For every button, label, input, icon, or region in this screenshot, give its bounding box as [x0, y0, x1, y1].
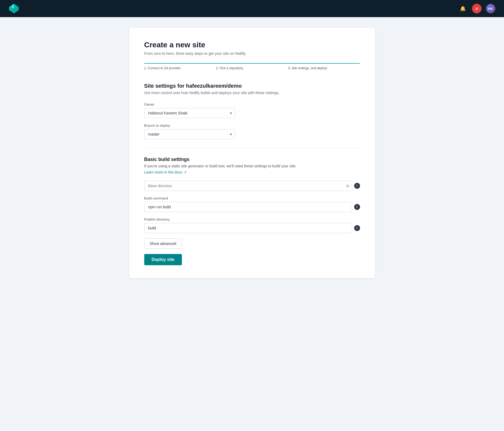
- steps-container: 1. Connect to Git provider 2. Pick a rep…: [144, 63, 360, 70]
- site-settings-title: Site settings for hafeezulkareem/demo: [144, 83, 360, 89]
- netlify-logo-icon: [9, 3, 19, 14]
- publish-directory-input-wrapper: [144, 223, 352, 233]
- publish-directory-group: Publish directory i: [144, 217, 360, 233]
- owner-select[interactable]: Hafeezul Kareem Shaik: [144, 108, 235, 118]
- owner-select-wrapper: Hafeezul Kareem Shaik: [144, 108, 235, 118]
- learn-more-arrow: ↗: [183, 170, 187, 174]
- publish-directory-info-icon[interactable]: i: [354, 225, 360, 231]
- deploy-site-button[interactable]: Deploy site: [144, 254, 182, 265]
- learn-more-link[interactable]: Learn more in the docs ↗: [144, 170, 187, 174]
- page-title: Create a new site: [144, 41, 360, 49]
- build-command-input[interactable]: [144, 202, 352, 212]
- branch-group: Branch to deploy mastermaindevelop: [144, 124, 360, 139]
- build-command-row: i: [144, 202, 360, 212]
- show-advanced-button[interactable]: Show advanced: [144, 238, 182, 249]
- notifications-button[interactable]: 🔔: [458, 4, 468, 13]
- card: Create a new site From zero to hero, thr…: [129, 28, 375, 278]
- base-directory-group: ⊞ i: [144, 181, 360, 191]
- support-button[interactable]: ⊕: [472, 4, 482, 13]
- step-2: 2. Pick a repository: [216, 64, 288, 70]
- owner-label: Owner: [144, 102, 360, 106]
- build-settings-title: Basic build settings: [144, 157, 360, 162]
- logo: [9, 3, 19, 14]
- build-command-input-wrapper: [144, 202, 352, 212]
- avatar[interactable]: HK: [486, 4, 495, 13]
- owner-group: Owner Hafeezul Kareem Shaik: [144, 102, 360, 118]
- folder-icon: ⊞: [346, 184, 349, 188]
- navbar-actions: 🔔 ⊕ HK: [458, 4, 495, 13]
- publish-directory-label: Publish directory: [144, 217, 360, 221]
- base-directory-input[interactable]: [144, 181, 352, 191]
- publish-directory-row: i: [144, 223, 360, 233]
- build-command-group: Build command i: [144, 196, 360, 212]
- site-settings-subtitle: Get more control over how Netlify builds…: [144, 91, 360, 95]
- step-1: 1. Connect to Git provider: [144, 64, 216, 70]
- main-container: Create a new site From zero to hero, thr…: [124, 17, 380, 299]
- divider: [144, 148, 360, 148]
- build-settings-subtitle: If you're using a static site generator …: [144, 164, 360, 168]
- build-command-label: Build command: [144, 196, 360, 200]
- branch-select-wrapper: mastermaindevelop: [144, 129, 235, 139]
- step-1-label: 1. Connect to Git provider: [144, 66, 181, 70]
- build-command-info-icon[interactable]: i: [354, 204, 360, 210]
- publish-directory-input[interactable]: [144, 223, 352, 233]
- step-3: 3. Site settings, and deploy!: [288, 64, 360, 70]
- step-3-label: 3. Site settings, and deploy!: [288, 66, 327, 70]
- page-subtitle: From zero to hero, three easy steps to g…: [144, 51, 360, 56]
- branch-select[interactable]: mastermaindevelop: [144, 129, 235, 139]
- step-2-label: 2. Pick a repository: [216, 66, 243, 70]
- base-directory-row: ⊞ i: [144, 181, 360, 191]
- base-directory-info-icon[interactable]: i: [354, 183, 360, 189]
- branch-label: Branch to deploy: [144, 124, 360, 128]
- learn-more-label: Learn more in the docs: [144, 170, 182, 174]
- navbar: 🔔 ⊕ HK: [0, 0, 504, 17]
- base-directory-input-wrapper: ⊞: [144, 181, 352, 191]
